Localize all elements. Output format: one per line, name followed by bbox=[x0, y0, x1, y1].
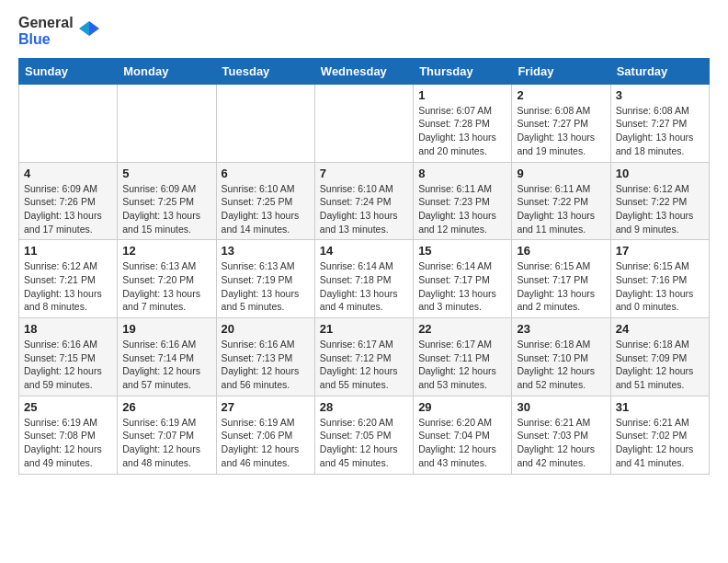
day-info: Sunrise: 6:20 AMSunset: 7:04 PMDaylight:… bbox=[418, 416, 506, 470]
day-number: 12 bbox=[122, 244, 210, 258]
day-number: 13 bbox=[222, 244, 310, 258]
logo-blue: Blue bbox=[18, 31, 51, 47]
page-container: General Blue SundayMondayTuesdayWednesda… bbox=[0, 0, 728, 489]
calendar-week-3: 11Sunrise: 6:12 AMSunset: 7:21 PMDayligh… bbox=[19, 240, 710, 318]
calendar-cell: 29Sunrise: 6:20 AMSunset: 7:04 PMDayligh… bbox=[414, 396, 512, 474]
calendar-cell: 18Sunrise: 6:16 AMSunset: 7:15 PMDayligh… bbox=[19, 318, 118, 396]
day-info: Sunrise: 6:13 AMSunset: 7:20 PMDaylight:… bbox=[122, 259, 210, 314]
calendar-cell: 15Sunrise: 6:14 AMSunset: 7:17 PMDayligh… bbox=[414, 240, 512, 318]
calendar-cell: 11Sunrise: 6:12 AMSunset: 7:21 PMDayligh… bbox=[19, 240, 118, 318]
calendar-cell bbox=[314, 84, 413, 162]
day-info: Sunrise: 6:21 AMSunset: 7:02 PMDaylight:… bbox=[616, 416, 704, 470]
day-number: 6 bbox=[222, 167, 310, 180]
logo: General Blue bbox=[18, 15, 101, 49]
day-info: Sunrise: 6:12 AMSunset: 7:21 PMDaylight:… bbox=[24, 259, 112, 314]
day-info: Sunrise: 6:18 AMSunset: 7:09 PMDaylight:… bbox=[616, 338, 704, 392]
svg-marker-0 bbox=[89, 21, 99, 36]
day-info: Sunrise: 6:15 AMSunset: 7:16 PMDaylight:… bbox=[616, 259, 704, 314]
day-info: Sunrise: 6:15 AMSunset: 7:17 PMDaylight:… bbox=[517, 259, 605, 314]
day-info: Sunrise: 6:14 AMSunset: 7:18 PMDaylight:… bbox=[320, 259, 408, 314]
calendar-cell: 27Sunrise: 6:19 AMSunset: 7:06 PMDayligh… bbox=[216, 396, 314, 474]
day-number: 17 bbox=[616, 244, 704, 258]
day-number: 14 bbox=[320, 244, 408, 258]
day-number: 10 bbox=[616, 167, 704, 180]
calendar-cell: 22Sunrise: 6:17 AMSunset: 7:11 PMDayligh… bbox=[414, 318, 512, 396]
day-info: Sunrise: 6:09 AMSunset: 7:25 PMDaylight:… bbox=[122, 182, 210, 236]
day-number: 20 bbox=[222, 322, 310, 336]
calendar-cell: 24Sunrise: 6:18 AMSunset: 7:09 PMDayligh… bbox=[610, 318, 709, 396]
weekday-header-tuesday: Tuesday bbox=[216, 58, 314, 84]
day-number: 8 bbox=[418, 167, 506, 180]
calendar-cell: 12Sunrise: 6:13 AMSunset: 7:20 PMDayligh… bbox=[118, 240, 216, 318]
day-info: Sunrise: 6:09 AMSunset: 7:26 PMDaylight:… bbox=[24, 182, 112, 236]
weekday-header-row: SundayMondayTuesdayWednesdayThursdayFrid… bbox=[19, 58, 710, 84]
svg-marker-1 bbox=[79, 21, 89, 36]
day-number: 9 bbox=[517, 167, 605, 180]
calendar-cell: 20Sunrise: 6:16 AMSunset: 7:13 PMDayligh… bbox=[216, 318, 314, 396]
header: General Blue bbox=[18, 15, 710, 49]
day-info: Sunrise: 6:12 AMSunset: 7:22 PMDaylight:… bbox=[616, 182, 704, 236]
logo-text: General Blue bbox=[18, 15, 74, 49]
calendar-cell: 6Sunrise: 6:10 AMSunset: 7:25 PMDaylight… bbox=[216, 162, 314, 240]
calendar-cell: 31Sunrise: 6:21 AMSunset: 7:02 PMDayligh… bbox=[610, 396, 709, 474]
day-info: Sunrise: 6:11 AMSunset: 7:23 PMDaylight:… bbox=[418, 182, 506, 236]
weekday-header-sunday: Sunday bbox=[19, 58, 118, 84]
day-info: Sunrise: 6:07 AMSunset: 7:28 PMDaylight:… bbox=[418, 104, 506, 158]
day-number: 3 bbox=[616, 88, 704, 102]
day-number: 19 bbox=[122, 322, 210, 336]
day-info: Sunrise: 6:16 AMSunset: 7:15 PMDaylight:… bbox=[24, 338, 112, 392]
calendar-cell: 10Sunrise: 6:12 AMSunset: 7:22 PMDayligh… bbox=[610, 162, 709, 240]
day-info: Sunrise: 6:17 AMSunset: 7:11 PMDaylight:… bbox=[418, 338, 506, 392]
day-info: Sunrise: 6:21 AMSunset: 7:03 PMDaylight:… bbox=[517, 416, 605, 470]
day-number: 11 bbox=[24, 244, 112, 258]
day-info: Sunrise: 6:16 AMSunset: 7:13 PMDaylight:… bbox=[222, 338, 310, 392]
weekday-header-friday: Friday bbox=[512, 58, 610, 84]
weekday-header-wednesday: Wednesday bbox=[314, 58, 413, 84]
calendar-week-5: 25Sunrise: 6:19 AMSunset: 7:08 PMDayligh… bbox=[19, 396, 710, 474]
day-number: 30 bbox=[517, 400, 605, 414]
day-number: 7 bbox=[320, 167, 408, 180]
day-info: Sunrise: 6:08 AMSunset: 7:27 PMDaylight:… bbox=[616, 104, 704, 158]
calendar-cell: 19Sunrise: 6:16 AMSunset: 7:14 PMDayligh… bbox=[118, 318, 216, 396]
day-number: 26 bbox=[122, 400, 210, 414]
calendar-cell: 9Sunrise: 6:11 AMSunset: 7:22 PMDaylight… bbox=[512, 162, 610, 240]
day-number: 27 bbox=[222, 400, 310, 414]
day-number: 5 bbox=[122, 167, 210, 180]
calendar-cell: 8Sunrise: 6:11 AMSunset: 7:23 PMDaylight… bbox=[414, 162, 512, 240]
calendar-cell bbox=[19, 84, 118, 162]
calendar-cell: 26Sunrise: 6:19 AMSunset: 7:07 PMDayligh… bbox=[118, 396, 216, 474]
calendar-cell: 13Sunrise: 6:13 AMSunset: 7:19 PMDayligh… bbox=[216, 240, 314, 318]
calendar-cell: 23Sunrise: 6:18 AMSunset: 7:10 PMDayligh… bbox=[512, 318, 610, 396]
day-number: 23 bbox=[517, 322, 605, 336]
calendar-cell: 2Sunrise: 6:08 AMSunset: 7:27 PMDaylight… bbox=[512, 84, 610, 162]
day-info: Sunrise: 6:18 AMSunset: 7:10 PMDaylight:… bbox=[517, 338, 605, 392]
day-info: Sunrise: 6:16 AMSunset: 7:14 PMDaylight:… bbox=[122, 338, 210, 392]
day-number: 18 bbox=[24, 322, 112, 336]
calendar-week-1: 1Sunrise: 6:07 AMSunset: 7:28 PMDaylight… bbox=[19, 84, 710, 162]
calendar-cell: 3Sunrise: 6:08 AMSunset: 7:27 PMDaylight… bbox=[610, 84, 709, 162]
calendar-cell: 21Sunrise: 6:17 AMSunset: 7:12 PMDayligh… bbox=[314, 318, 413, 396]
calendar-cell: 28Sunrise: 6:20 AMSunset: 7:05 PMDayligh… bbox=[314, 396, 413, 474]
day-info: Sunrise: 6:19 AMSunset: 7:08 PMDaylight:… bbox=[24, 416, 112, 470]
calendar-cell: 17Sunrise: 6:15 AMSunset: 7:16 PMDayligh… bbox=[610, 240, 709, 318]
calendar-week-4: 18Sunrise: 6:16 AMSunset: 7:15 PMDayligh… bbox=[19, 318, 710, 396]
calendar-cell: 14Sunrise: 6:14 AMSunset: 7:18 PMDayligh… bbox=[314, 240, 413, 318]
day-info: Sunrise: 6:11 AMSunset: 7:22 PMDaylight:… bbox=[517, 182, 605, 236]
day-number: 22 bbox=[418, 322, 506, 336]
day-number: 15 bbox=[418, 244, 506, 258]
day-number: 29 bbox=[418, 400, 506, 414]
day-info: Sunrise: 6:17 AMSunset: 7:12 PMDaylight:… bbox=[320, 338, 408, 392]
calendar-cell: 5Sunrise: 6:09 AMSunset: 7:25 PMDaylight… bbox=[118, 162, 216, 240]
calendar-cell bbox=[216, 84, 314, 162]
logo-flag-icon bbox=[77, 19, 101, 43]
calendar-cell: 25Sunrise: 6:19 AMSunset: 7:08 PMDayligh… bbox=[19, 396, 118, 474]
day-info: Sunrise: 6:19 AMSunset: 7:07 PMDaylight:… bbox=[122, 416, 210, 470]
day-info: Sunrise: 6:10 AMSunset: 7:24 PMDaylight:… bbox=[320, 182, 408, 236]
calendar-cell: 4Sunrise: 6:09 AMSunset: 7:26 PMDaylight… bbox=[19, 162, 118, 240]
day-info: Sunrise: 6:20 AMSunset: 7:05 PMDaylight:… bbox=[320, 416, 408, 470]
day-number: 2 bbox=[517, 88, 605, 102]
calendar-cell: 30Sunrise: 6:21 AMSunset: 7:03 PMDayligh… bbox=[512, 396, 610, 474]
weekday-header-monday: Monday bbox=[118, 58, 216, 84]
calendar-week-2: 4Sunrise: 6:09 AMSunset: 7:26 PMDaylight… bbox=[19, 162, 710, 240]
day-number: 21 bbox=[320, 322, 408, 336]
